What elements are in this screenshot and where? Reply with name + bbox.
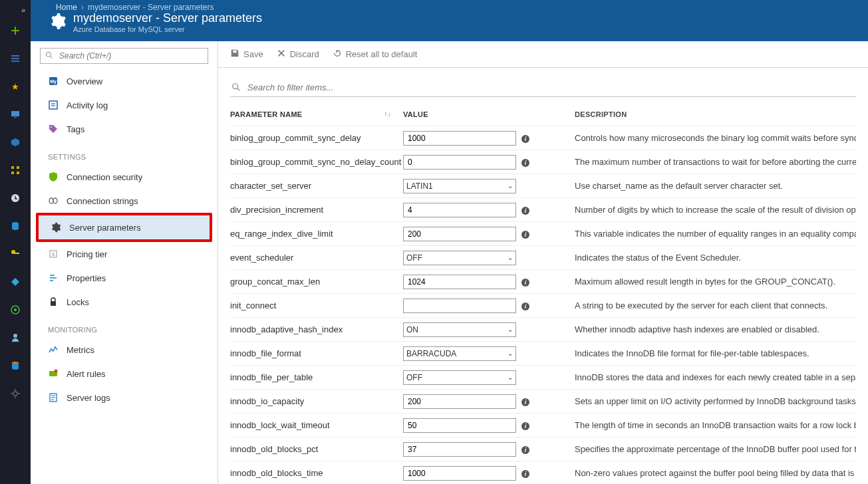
- logs-icon: [48, 392, 59, 403]
- param-value-input[interactable]: [403, 227, 516, 241]
- rail-key-icon[interactable]: [0, 241, 31, 267]
- sidebar-item-alert-rules[interactable]: Alert rules: [31, 362, 217, 386]
- sidebar-search-input[interactable]: [40, 48, 208, 64]
- info-icon[interactable]: i: [521, 231, 529, 239]
- sidebar-item-tags[interactable]: Tags: [31, 117, 217, 141]
- param-value-select[interactable]: ON⌄: [403, 322, 516, 337]
- info-icon[interactable]: i: [521, 446, 529, 454]
- table-row: binlog_group_commit_sync_no_delay_counti…: [230, 150, 856, 174]
- param-value-input[interactable]: [403, 394, 516, 409]
- filter-input[interactable]: [230, 80, 856, 96]
- rail-grid-icon[interactable]: [0, 157, 31, 183]
- info-icon[interactable]: i: [521, 279, 529, 287]
- param-name[interactable]: innodb_old_blocks_time: [230, 468, 403, 478]
- param-name[interactable]: binlog_group_commit_sync_no_delay_count: [230, 157, 403, 167]
- sidebar-item-server-logs[interactable]: Server logs: [31, 386, 217, 410]
- param-value-select[interactable]: OFF⌄: [403, 370, 516, 385]
- param-description: This variable indicates the number of eq…: [575, 229, 856, 239]
- svg-marker-5: [11, 138, 19, 146]
- param-value-select[interactable]: LATIN1⌄: [403, 179, 516, 193]
- param-name[interactable]: innodb_io_capacity: [230, 396, 403, 406]
- param-name[interactable]: binlog_group_commit_sync_delay: [230, 133, 403, 143]
- sidebar-item-connection-security[interactable]: Connection security: [31, 165, 217, 189]
- param-value-input[interactable]: [403, 131, 516, 146]
- rail-person-icon[interactable]: [0, 324, 31, 351]
- param-value-input[interactable]: [403, 442, 516, 457]
- param-description: The length of time in seconds an InnoDB …: [575, 420, 856, 430]
- sidebar-item-properties[interactable]: Properties: [31, 266, 217, 290]
- param-name[interactable]: innodb_old_blocks_pct: [230, 444, 403, 454]
- save-button[interactable]: Save: [230, 49, 263, 60]
- sidebar-item-locks[interactable]: Locks: [31, 290, 217, 314]
- table-row: character_set_serverLATIN1⌄Use charset_n…: [230, 174, 856, 198]
- param-name[interactable]: eq_range_index_dive_limit: [230, 229, 403, 239]
- sidebar-item-metrics[interactable]: Metrics: [31, 338, 217, 362]
- info-icon[interactable]: i: [521, 135, 529, 143]
- sidebar-item-connection-strings[interactable]: Connection strings: [31, 189, 217, 213]
- sidebar-item-server-parameters[interactable]: Server parameters: [39, 215, 210, 239]
- param-name[interactable]: init_connect: [230, 301, 403, 310]
- resource-sidebar: MyOverviewActivity logTags SETTINGS Conn…: [31, 41, 218, 484]
- rail-diamond-icon[interactable]: [0, 269, 31, 295]
- param-name[interactable]: event_scheduler: [230, 253, 403, 263]
- svg-rect-24: [49, 101, 57, 109]
- sidebar-item-label: Pricing tier: [67, 249, 107, 259]
- col-header-value[interactable]: VALUE: [403, 110, 575, 118]
- rail-expand-chevron[interactable]: »: [0, 4, 31, 16]
- info-icon[interactable]: i: [521, 302, 529, 310]
- param-value-input[interactable]: [403, 299, 516, 313]
- sidebar-item-pricing-tier[interactable]: $Pricing tier: [31, 242, 217, 266]
- col-header-desc[interactable]: DESCRIPTION: [575, 110, 856, 118]
- param-name[interactable]: innodb_file_per_table: [230, 372, 403, 382]
- rail-clock-icon[interactable]: [0, 185, 31, 211]
- table-row: innodb_file_per_tableOFF⌄InnoDB stores t…: [230, 366, 856, 390]
- rail-settings-icon[interactable]: [0, 380, 31, 407]
- param-value-input[interactable]: [403, 275, 516, 289]
- param-description: Sets an upper limit on I/O activity perf…: [575, 396, 856, 406]
- parameters-grid: PARAMETER NAME ↑↓ VALUE DESCRIPTION binl…: [218, 102, 868, 484]
- param-value-input[interactable]: [403, 466, 516, 481]
- svg-text:$: $: [52, 251, 55, 257]
- sidebar-section-settings: SETTINGS: [31, 141, 217, 165]
- rail-circle-icon[interactable]: [0, 297, 31, 323]
- rail-create-icon[interactable]: +: [0, 17, 31, 44]
- rail-cube-icon[interactable]: [0, 129, 31, 156]
- sidebar-item-activity-log[interactable]: Activity log: [31, 93, 217, 117]
- param-name[interactable]: character_set_server: [230, 181, 403, 191]
- param-description: Non-zero values protect against the buff…: [575, 468, 856, 478]
- breadcrumb-separator: ›: [81, 3, 84, 12]
- metrics-icon: [48, 344, 59, 355]
- info-icon[interactable]: i: [521, 159, 529, 167]
- rail-star-icon[interactable]: ★: [0, 73, 31, 100]
- param-name[interactable]: div_precision_increment: [230, 205, 403, 215]
- info-icon[interactable]: i: [521, 422, 529, 430]
- table-row: group_concat_max_leniMaximum allowed res…: [230, 270, 856, 294]
- rail-vm-icon[interactable]: [0, 101, 31, 128]
- sidebar-item-label: Server parameters: [69, 223, 141, 233]
- param-value-select[interactable]: OFF⌄: [403, 251, 516, 265]
- breadcrumb-home[interactable]: Home: [56, 3, 77, 12]
- param-name[interactable]: group_concat_max_len: [230, 277, 403, 287]
- param-value-input[interactable]: [403, 203, 516, 217]
- col-header-name[interactable]: PARAMETER NAME: [230, 110, 303, 118]
- breadcrumb: Home › mydemoserver - Server parameters: [31, 0, 868, 12]
- param-name[interactable]: innodb_adaptive_hash_index: [230, 324, 403, 334]
- info-icon[interactable]: i: [521, 470, 529, 478]
- param-value-select[interactable]: BARRACUDA⌄: [403, 346, 516, 361]
- sidebar-item-overview[interactable]: MyOverview: [31, 69, 217, 93]
- param-name[interactable]: innodb_file_format: [230, 348, 403, 358]
- svg-rect-9: [17, 172, 19, 174]
- pricing-icon: $: [48, 249, 59, 259]
- info-icon[interactable]: i: [521, 398, 529, 406]
- save-icon: [230, 49, 239, 60]
- reset-button[interactable]: Reset all to default: [333, 49, 418, 60]
- rail-list-icon[interactable]: [0, 45, 31, 72]
- sidebar-item-label: Metrics: [67, 345, 94, 355]
- param-value-input[interactable]: [403, 418, 516, 433]
- param-name[interactable]: innodb_lock_wait_timeout: [230, 420, 403, 430]
- rail-sql-icon[interactable]: [0, 213, 31, 239]
- info-icon[interactable]: i: [521, 207, 529, 215]
- discard-button[interactable]: Discard: [277, 49, 319, 60]
- rail-mysql-icon[interactable]: [0, 352, 31, 379]
- param-value-input[interactable]: [403, 155, 516, 170]
